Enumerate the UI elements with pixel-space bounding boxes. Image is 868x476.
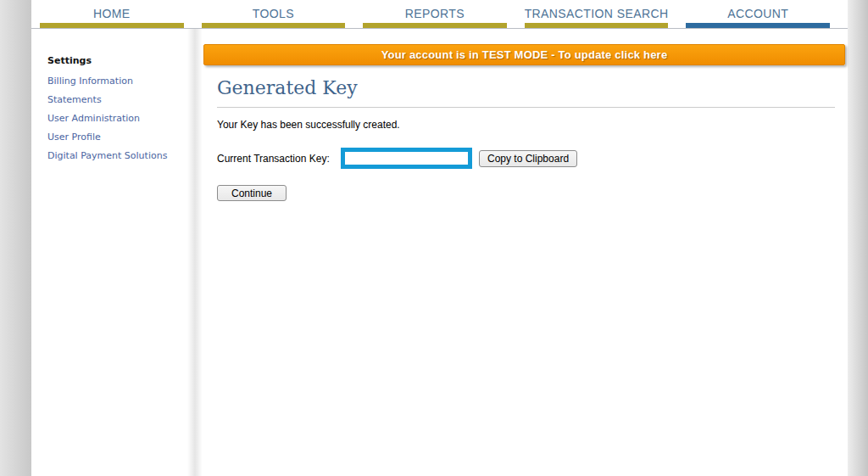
sidebar-item-user-administration[interactable]: User Administration	[47, 113, 200, 124]
nav-tab-home-underline	[40, 23, 184, 28]
sidebar-item-statements[interactable]: Statements	[47, 94, 200, 105]
settings-sidebar: Settings Billing Information Statements …	[47, 55, 200, 169]
nav-tab-tools-underline	[202, 23, 346, 28]
page: HOME TOOLS REPORTS TRANSACTION SEARCH AC…	[31, 0, 848, 476]
nav-tab-transaction-search-label: TRANSACTION SEARCH	[525, 7, 669, 20]
copy-to-clipboard-button[interactable]: Copy to Clipboard	[479, 150, 577, 167]
sidebar-heading: Settings	[47, 55, 200, 66]
nav-tab-home-label: HOME	[93, 7, 131, 20]
test-mode-banner[interactable]: Your account is in TEST MODE - To update…	[203, 44, 845, 65]
sidebar-item-billing-information[interactable]: Billing Information	[47, 76, 200, 87]
nav-tab-transaction-search[interactable]: TRANSACTION SEARCH	[525, 0, 669, 28]
success-message: Your Key has been successfully created.	[217, 119, 835, 131]
nav-tab-reports-underline	[363, 23, 507, 28]
right-gutter	[848, 0, 868, 476]
nav-tab-home[interactable]: HOME	[40, 0, 184, 28]
nav-tab-account-underline	[686, 23, 830, 28]
nav-tab-transaction-search-underline	[525, 23, 669, 28]
page-title: Generated Key	[217, 77, 835, 98]
transaction-key-row: Current Transaction Key: Copy to Clipboa…	[217, 148, 835, 169]
nav-tab-reports[interactable]: REPORTS	[363, 0, 507, 28]
title-divider	[217, 107, 835, 108]
top-navigation: HOME TOOLS REPORTS TRANSACTION SEARCH AC…	[31, 0, 848, 29]
nav-tab-tools[interactable]: TOOLS	[202, 0, 346, 28]
generated-key-section: Generated Key Your Key has been successf…	[217, 77, 835, 201]
transaction-key-label: Current Transaction Key:	[217, 153, 341, 165]
continue-button[interactable]: Continue	[217, 185, 287, 201]
nav-tab-account-label: ACCOUNT	[727, 7, 788, 20]
left-gutter	[0, 0, 31, 476]
sidebar-content-divider	[187, 29, 203, 476]
transaction-key-input[interactable]	[341, 148, 472, 169]
nav-tab-account[interactable]: ACCOUNT	[686, 0, 830, 28]
sidebar-item-digital-payment-solutions[interactable]: Digital Payment Solutions	[47, 150, 200, 161]
sidebar-item-user-profile[interactable]: User Profile	[47, 132, 200, 143]
main-content: Your account is in TEST MODE - To update…	[203, 44, 845, 201]
nav-tab-tools-label: TOOLS	[253, 7, 294, 20]
nav-tab-reports-label: REPORTS	[405, 7, 465, 20]
